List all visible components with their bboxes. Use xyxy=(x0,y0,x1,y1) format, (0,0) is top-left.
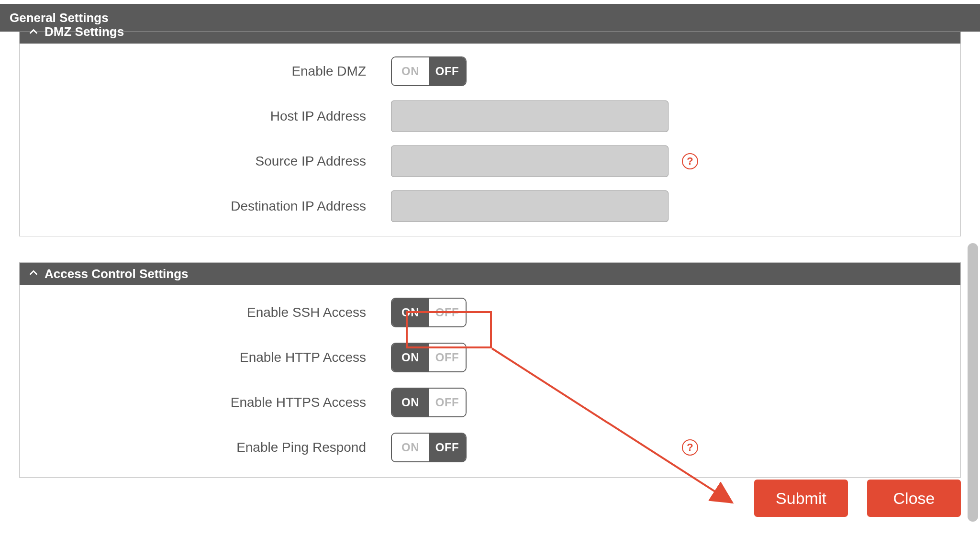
enable-ping-toggle[interactable]: ON OFF xyxy=(391,433,467,462)
page-title-bar: General Settings xyxy=(0,4,980,32)
enable-https-label: Enable HTTPS Access xyxy=(37,395,391,410)
close-button[interactable]: Close xyxy=(867,480,961,517)
chevron-up-icon xyxy=(28,268,39,279)
enable-dmz-label: Enable DMZ xyxy=(37,64,391,79)
enable-ping-label: Enable Ping Respond xyxy=(37,440,391,455)
toggle-on-label: ON xyxy=(392,389,429,416)
toggle-off-label: OFF xyxy=(429,57,466,85)
dmz-panel-header[interactable]: DMZ Settings xyxy=(20,32,960,44)
destination-ip-input xyxy=(391,190,668,222)
help-icon[interactable]: ? xyxy=(682,439,698,456)
toggle-off-label: OFF xyxy=(429,434,466,461)
destination-ip-label: Destination IP Address xyxy=(37,199,391,214)
source-ip-label: Source IP Address xyxy=(37,154,391,169)
toggle-off-label: OFF xyxy=(429,389,466,416)
access-control-panel-header[interactable]: Access Control Settings xyxy=(20,263,960,285)
enable-ssh-label: Enable SSH Access xyxy=(37,305,391,320)
toggle-on-label: ON xyxy=(392,344,429,371)
enable-ssh-toggle[interactable]: ON OFF xyxy=(391,298,467,327)
access-control-panel: Access Control Settings Enable SSH Acces… xyxy=(19,262,961,478)
enable-http-toggle[interactable]: ON OFF xyxy=(391,343,467,372)
host-ip-label: Host IP Address xyxy=(37,109,391,124)
toggle-on-label: ON xyxy=(392,299,429,326)
access-control-panel-title: Access Control Settings xyxy=(45,267,189,281)
page-title: General Settings xyxy=(10,11,109,25)
dmz-panel: DMZ Settings Enable DMZ ON OFF Host IP A… xyxy=(19,32,961,236)
scrollbar-thumb[interactable] xyxy=(968,243,978,522)
enable-dmz-toggle[interactable]: ON OFF xyxy=(391,56,467,86)
submit-button[interactable]: Submit xyxy=(754,480,848,517)
toggle-off-label: OFF xyxy=(429,299,466,326)
help-icon[interactable]: ? xyxy=(682,153,698,169)
chevron-up-icon xyxy=(28,27,39,38)
enable-http-label: Enable HTTP Access xyxy=(37,350,391,365)
host-ip-input xyxy=(391,100,668,132)
toggle-on-label: ON xyxy=(392,57,429,85)
toggle-on-label: ON xyxy=(392,434,429,461)
footer-buttons: Submit Close xyxy=(754,480,961,517)
enable-https-toggle[interactable]: ON OFF xyxy=(391,388,467,417)
toggle-off-label: OFF xyxy=(429,344,466,371)
source-ip-input xyxy=(391,145,668,177)
dmz-panel-title: DMZ Settings xyxy=(45,24,124,39)
